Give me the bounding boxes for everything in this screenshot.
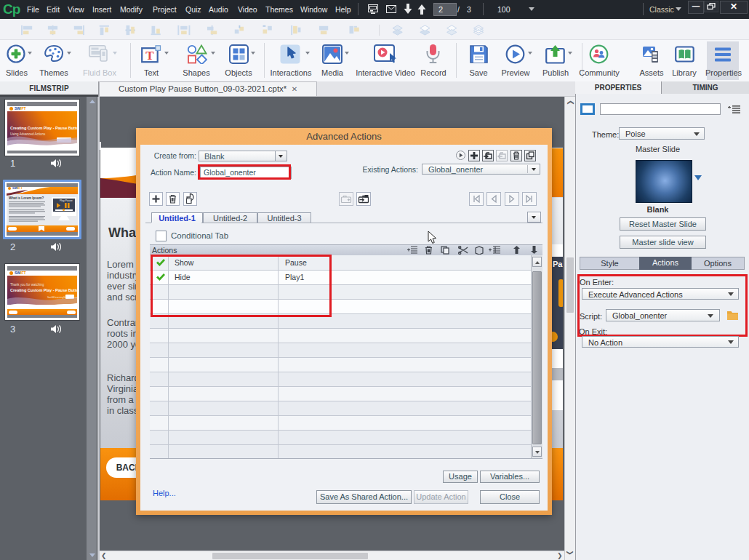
svg-text:T: T — [145, 49, 154, 63]
